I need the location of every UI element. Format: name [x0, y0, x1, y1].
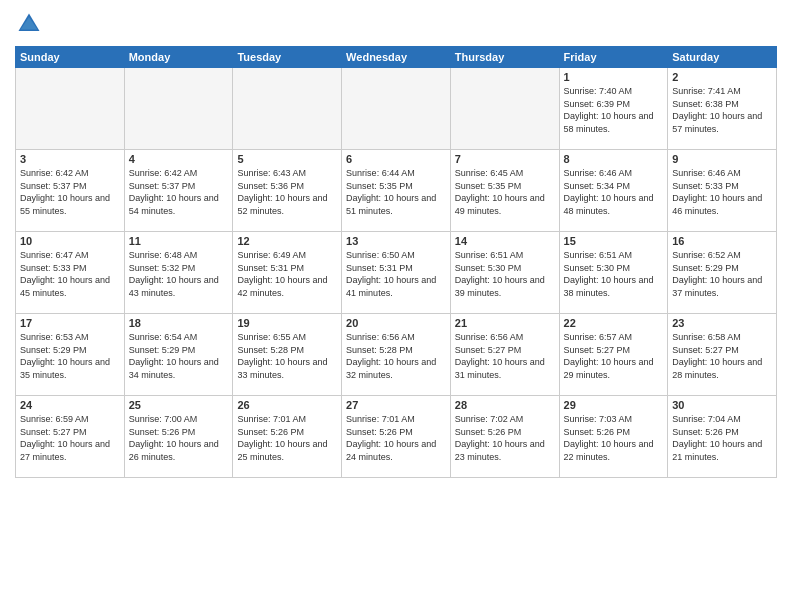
- header-cell-thursday: Thursday: [450, 47, 559, 68]
- day-info: Sunrise: 6:54 AM Sunset: 5:29 PM Dayligh…: [129, 331, 229, 381]
- day-cell: 29Sunrise: 7:03 AM Sunset: 5:26 PM Dayli…: [559, 396, 668, 478]
- day-cell: 22Sunrise: 6:57 AM Sunset: 5:27 PM Dayli…: [559, 314, 668, 396]
- day-info: Sunrise: 6:59 AM Sunset: 5:27 PM Dayligh…: [20, 413, 120, 463]
- day-info: Sunrise: 6:51 AM Sunset: 5:30 PM Dayligh…: [564, 249, 664, 299]
- day-cell: 4Sunrise: 6:42 AM Sunset: 5:37 PM Daylig…: [124, 150, 233, 232]
- day-cell: 25Sunrise: 7:00 AM Sunset: 5:26 PM Dayli…: [124, 396, 233, 478]
- header-cell-wednesday: Wednesday: [342, 47, 451, 68]
- day-info: Sunrise: 6:56 AM Sunset: 5:27 PM Dayligh…: [455, 331, 555, 381]
- header-cell-monday: Monday: [124, 47, 233, 68]
- day-number: 5: [237, 153, 337, 165]
- week-row-2: 10Sunrise: 6:47 AM Sunset: 5:33 PM Dayli…: [16, 232, 777, 314]
- day-cell: 14Sunrise: 6:51 AM Sunset: 5:30 PM Dayli…: [450, 232, 559, 314]
- week-row-4: 24Sunrise: 6:59 AM Sunset: 5:27 PM Dayli…: [16, 396, 777, 478]
- day-cell: 1Sunrise: 7:40 AM Sunset: 6:39 PM Daylig…: [559, 68, 668, 150]
- day-cell: 2Sunrise: 7:41 AM Sunset: 6:38 PM Daylig…: [668, 68, 777, 150]
- day-info: Sunrise: 7:00 AM Sunset: 5:26 PM Dayligh…: [129, 413, 229, 463]
- day-info: Sunrise: 6:45 AM Sunset: 5:35 PM Dayligh…: [455, 167, 555, 217]
- day-cell: 27Sunrise: 7:01 AM Sunset: 5:26 PM Dayli…: [342, 396, 451, 478]
- day-number: 15: [564, 235, 664, 247]
- day-cell: 24Sunrise: 6:59 AM Sunset: 5:27 PM Dayli…: [16, 396, 125, 478]
- day-cell: 30Sunrise: 7:04 AM Sunset: 5:26 PM Dayli…: [668, 396, 777, 478]
- day-cell: 12Sunrise: 6:49 AM Sunset: 5:31 PM Dayli…: [233, 232, 342, 314]
- day-number: 16: [672, 235, 772, 247]
- day-cell: 7Sunrise: 6:45 AM Sunset: 5:35 PM Daylig…: [450, 150, 559, 232]
- day-cell: 17Sunrise: 6:53 AM Sunset: 5:29 PM Dayli…: [16, 314, 125, 396]
- day-info: Sunrise: 6:42 AM Sunset: 5:37 PM Dayligh…: [20, 167, 120, 217]
- day-info: Sunrise: 6:43 AM Sunset: 5:36 PM Dayligh…: [237, 167, 337, 217]
- day-cell: 6Sunrise: 6:44 AM Sunset: 5:35 PM Daylig…: [342, 150, 451, 232]
- day-info: Sunrise: 7:01 AM Sunset: 5:26 PM Dayligh…: [346, 413, 446, 463]
- day-info: Sunrise: 7:03 AM Sunset: 5:26 PM Dayligh…: [564, 413, 664, 463]
- day-info: Sunrise: 7:40 AM Sunset: 6:39 PM Dayligh…: [564, 85, 664, 135]
- day-cell: 23Sunrise: 6:58 AM Sunset: 5:27 PM Dayli…: [668, 314, 777, 396]
- day-cell: [124, 68, 233, 150]
- day-info: Sunrise: 7:01 AM Sunset: 5:26 PM Dayligh…: [237, 413, 337, 463]
- logo-icon: [15, 10, 43, 38]
- logo: [15, 10, 47, 38]
- day-info: Sunrise: 6:46 AM Sunset: 5:33 PM Dayligh…: [672, 167, 772, 217]
- day-cell: 10Sunrise: 6:47 AM Sunset: 5:33 PM Dayli…: [16, 232, 125, 314]
- day-number: 25: [129, 399, 229, 411]
- day-cell: 5Sunrise: 6:43 AM Sunset: 5:36 PM Daylig…: [233, 150, 342, 232]
- day-number: 30: [672, 399, 772, 411]
- page-header: [15, 10, 777, 38]
- day-info: Sunrise: 7:04 AM Sunset: 5:26 PM Dayligh…: [672, 413, 772, 463]
- day-number: 11: [129, 235, 229, 247]
- calendar-table: SundayMondayTuesdayWednesdayThursdayFrid…: [15, 46, 777, 478]
- day-info: Sunrise: 6:44 AM Sunset: 5:35 PM Dayligh…: [346, 167, 446, 217]
- day-cell: 16Sunrise: 6:52 AM Sunset: 5:29 PM Dayli…: [668, 232, 777, 314]
- day-cell: 28Sunrise: 7:02 AM Sunset: 5:26 PM Dayli…: [450, 396, 559, 478]
- day-cell: 8Sunrise: 6:46 AM Sunset: 5:34 PM Daylig…: [559, 150, 668, 232]
- day-cell: 9Sunrise: 6:46 AM Sunset: 5:33 PM Daylig…: [668, 150, 777, 232]
- day-number: 26: [237, 399, 337, 411]
- day-number: 21: [455, 317, 555, 329]
- day-info: Sunrise: 6:50 AM Sunset: 5:31 PM Dayligh…: [346, 249, 446, 299]
- day-info: Sunrise: 6:55 AM Sunset: 5:28 PM Dayligh…: [237, 331, 337, 381]
- day-info: Sunrise: 7:41 AM Sunset: 6:38 PM Dayligh…: [672, 85, 772, 135]
- day-cell: 19Sunrise: 6:55 AM Sunset: 5:28 PM Dayli…: [233, 314, 342, 396]
- day-info: Sunrise: 6:42 AM Sunset: 5:37 PM Dayligh…: [129, 167, 229, 217]
- day-number: 20: [346, 317, 446, 329]
- day-cell: 13Sunrise: 6:50 AM Sunset: 5:31 PM Dayli…: [342, 232, 451, 314]
- day-info: Sunrise: 7:02 AM Sunset: 5:26 PM Dayligh…: [455, 413, 555, 463]
- day-cell: 15Sunrise: 6:51 AM Sunset: 5:30 PM Dayli…: [559, 232, 668, 314]
- day-number: 3: [20, 153, 120, 165]
- week-row-3: 17Sunrise: 6:53 AM Sunset: 5:29 PM Dayli…: [16, 314, 777, 396]
- day-info: Sunrise: 6:56 AM Sunset: 5:28 PM Dayligh…: [346, 331, 446, 381]
- day-number: 6: [346, 153, 446, 165]
- day-number: 14: [455, 235, 555, 247]
- day-info: Sunrise: 6:53 AM Sunset: 5:29 PM Dayligh…: [20, 331, 120, 381]
- day-info: Sunrise: 6:48 AM Sunset: 5:32 PM Dayligh…: [129, 249, 229, 299]
- header-cell-friday: Friday: [559, 47, 668, 68]
- day-cell: 11Sunrise: 6:48 AM Sunset: 5:32 PM Dayli…: [124, 232, 233, 314]
- week-row-0: 1Sunrise: 7:40 AM Sunset: 6:39 PM Daylig…: [16, 68, 777, 150]
- day-cell: 3Sunrise: 6:42 AM Sunset: 5:37 PM Daylig…: [16, 150, 125, 232]
- day-cell: 21Sunrise: 6:56 AM Sunset: 5:27 PM Dayli…: [450, 314, 559, 396]
- day-number: 29: [564, 399, 664, 411]
- day-cell: [233, 68, 342, 150]
- day-info: Sunrise: 6:49 AM Sunset: 5:31 PM Dayligh…: [237, 249, 337, 299]
- day-info: Sunrise: 6:57 AM Sunset: 5:27 PM Dayligh…: [564, 331, 664, 381]
- day-info: Sunrise: 6:46 AM Sunset: 5:34 PM Dayligh…: [564, 167, 664, 217]
- day-number: 2: [672, 71, 772, 83]
- header-cell-sunday: Sunday: [16, 47, 125, 68]
- day-cell: 20Sunrise: 6:56 AM Sunset: 5:28 PM Dayli…: [342, 314, 451, 396]
- day-number: 10: [20, 235, 120, 247]
- header-cell-tuesday: Tuesday: [233, 47, 342, 68]
- day-number: 7: [455, 153, 555, 165]
- day-info: Sunrise: 6:51 AM Sunset: 5:30 PM Dayligh…: [455, 249, 555, 299]
- day-info: Sunrise: 6:58 AM Sunset: 5:27 PM Dayligh…: [672, 331, 772, 381]
- day-number: 9: [672, 153, 772, 165]
- day-cell: [342, 68, 451, 150]
- header-row: SundayMondayTuesdayWednesdayThursdayFrid…: [16, 47, 777, 68]
- day-info: Sunrise: 6:47 AM Sunset: 5:33 PM Dayligh…: [20, 249, 120, 299]
- header-cell-saturday: Saturday: [668, 47, 777, 68]
- day-number: 23: [672, 317, 772, 329]
- day-number: 8: [564, 153, 664, 165]
- day-number: 24: [20, 399, 120, 411]
- day-number: 18: [129, 317, 229, 329]
- day-number: 28: [455, 399, 555, 411]
- page-container: SundayMondayTuesdayWednesdayThursdayFrid…: [0, 0, 792, 483]
- day-cell: [450, 68, 559, 150]
